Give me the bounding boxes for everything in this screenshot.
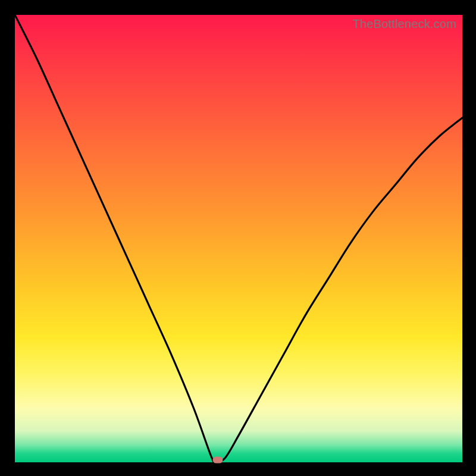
watermark-text: TheBottleneck.com — [352, 17, 456, 31]
plot-area: TheBottleneck.com — [15, 15, 462, 462]
chart-frame: TheBottleneck.com — [0, 0, 476, 476]
min-marker — [212, 457, 223, 464]
bottleneck-curve — [15, 15, 462, 462]
